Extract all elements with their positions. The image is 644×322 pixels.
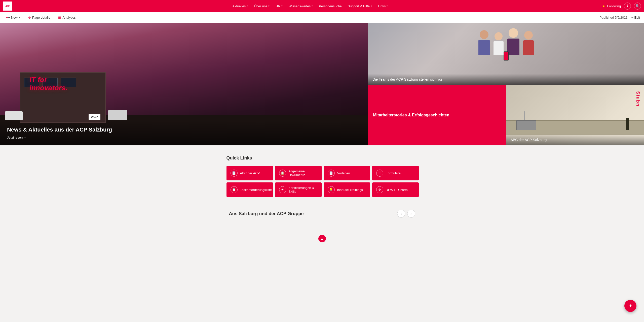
info-button[interactable]: ℹ	[624, 3, 631, 10]
quick-link-label: Allgemeine Dokumente	[289, 169, 318, 177]
hero-top-right-title: Die Teams der ACP Salzburg stellen sich …	[372, 77, 442, 81]
hero-main[interactable]: ACP IT for innovators. News & Aktuelles …	[0, 23, 368, 145]
edit-button[interactable]: ✏ Edit	[631, 16, 640, 19]
acp-logo[interactable]: ACP	[3, 2, 12, 11]
top-nav: ACP Aktuelles ▾ Über uns ▾ HR ▾ Wissensw…	[0, 0, 644, 12]
quick-link-label: ABC der ACP	[240, 171, 260, 175]
nav-ueber-uns[interactable]: Über uns ▾	[251, 3, 272, 9]
aus-salzburg-title: Aus Salzburg und der ACP Gruppe	[229, 211, 304, 216]
quick-link-item[interactable]: ⚙ DPW HR Portal	[372, 182, 419, 197]
quick-link-item[interactable]: 📄 Vorlagen	[324, 166, 370, 180]
quick-link-item[interactable]: ☰ Formulare	[372, 166, 419, 180]
quick-links-section: Quick Links 📄 ABC der ACP 📋 Allgemeine D…	[0, 145, 644, 205]
quick-link-label: Inhouse Trainings	[337, 188, 363, 192]
analytics-icon: ▦	[58, 16, 61, 19]
quick-link-item[interactable]: ★ Zertifizierungen & Skills	[275, 182, 322, 197]
stubn-text: Stubn	[635, 91, 640, 107]
page-details-button[interactable]: ⊙ Page details	[26, 15, 52, 20]
quick-link-icon: 📋	[231, 186, 238, 193]
nav-items: Aktuelles ▾ Über uns ▾ HR ▾ Wissenswerte…	[18, 3, 602, 9]
quick-link-icon: 📋	[279, 170, 286, 177]
chevron-down-icon: ▾	[268, 5, 270, 7]
carousel-next-button[interactable]: ›	[407, 210, 415, 218]
chevron-down-icon: ▾	[19, 16, 20, 19]
aus-salzburg-section: Aus Salzburg und der ACP Gruppe ‹ ›	[0, 205, 644, 232]
chevron-down-icon: ▾	[281, 5, 283, 7]
quick-link-label: DPW HR Portal	[386, 188, 408, 192]
hero-read-link[interactable]: Jetzt lesen →	[7, 136, 361, 139]
hero-abc-title: ABC der ACP Salzburg	[511, 138, 547, 142]
nav-aktuelles[interactable]: Aktuelles ▾	[230, 3, 251, 9]
quick-links-title: Quick Links	[226, 155, 418, 161]
hero-main-title: News & Aktuelles aus der ACP Salzburg	[7, 126, 361, 133]
hero-bottom-row: Mitarbeiterstories & Erfolgsgeschichten …	[368, 85, 644, 145]
quick-link-label: Vorlagen	[337, 171, 350, 175]
chevron-down-icon: ▾	[387, 5, 388, 7]
star-icon: ★	[602, 4, 605, 8]
edit-icon: ✏	[631, 16, 633, 19]
hero-top-right[interactable]: Die Teams der ACP Salzburg stellen sich …	[368, 23, 644, 85]
search-button[interactable]: 🔍	[634, 3, 641, 10]
published-date: Published 5/5/2021	[599, 16, 627, 19]
hero-main-overlay: News & Aktuelles aus der ACP Salzburg Je…	[0, 120, 368, 145]
quick-link-item[interactable]: 📋 Taskanforderungsliste	[226, 182, 273, 197]
quick-link-item[interactable]: 💡 Inhouse Trainings	[324, 182, 370, 197]
info-icon: ℹ	[627, 4, 628, 8]
hero-mitarbeiter-title: Mitarbeiterstories & Erfolgsgeschichten	[373, 113, 449, 118]
it-tagline: IT for innovators.	[29, 76, 67, 92]
chevron-down-icon: ▾	[247, 5, 248, 7]
quick-link-icon: 💡	[328, 186, 335, 193]
chevron-down-icon: ▲	[320, 237, 324, 241]
logo-area[interactable]: ACP	[3, 2, 12, 11]
carousel-nav: ‹ ›	[397, 210, 415, 218]
quick-link-label: Taskanforderungsliste	[240, 188, 272, 192]
plus-icon: +	[6, 16, 8, 19]
quick-link-label: Zertifizierungen & Skills	[289, 186, 318, 194]
page-icon: ⊙	[28, 16, 31, 19]
toolbar: + + New ▾ ⊙ Page details ▦ Analytics Pub…	[0, 12, 644, 23]
carousel-prev-button[interactable]: ‹	[397, 210, 405, 218]
nav-support-hilfe[interactable]: Support & Hilfe ▾	[345, 3, 374, 9]
quick-link-label: Formulare	[386, 171, 401, 175]
chevron-down-icon: ▾	[312, 5, 313, 7]
quick-link-icon: ★	[279, 186, 286, 193]
quick-links-grid: 📄 ABC der ACP 📋 Allgemeine Dokumente 📄 V…	[226, 166, 418, 197]
hero-mitarbeiter[interactable]: Mitarbeiterstories & Erfolgsgeschichten	[368, 85, 506, 145]
quick-link-item[interactable]: 📄 ABC der ACP	[226, 166, 273, 180]
nav-wissenswertes[interactable]: Wissenswertes ▾	[286, 3, 315, 9]
following-button[interactable]: ★ Following	[602, 4, 621, 8]
hero-top-right-overlay: Die Teams der ACP Salzburg stellen sich …	[368, 74, 644, 85]
quick-link-icon: ☰	[376, 170, 383, 177]
toolbar-right: Published 5/5/2021 ✏ Edit	[599, 16, 640, 19]
analytics-button[interactable]: ▦ Analytics	[56, 15, 78, 20]
quick-link-icon: ⚙	[376, 186, 383, 193]
hero-abc-overlay: ABC der ACP Salzburg	[506, 134, 644, 145]
scroll-down-button[interactable]: ▲	[318, 235, 326, 242]
hero-abc[interactable]: Stubn ABC der ACP Salzburg	[506, 85, 644, 145]
quick-link-icon: 📄	[231, 170, 238, 177]
nav-hr[interactable]: HR ▾	[273, 3, 285, 9]
nav-right-area: ★ Following ℹ 🔍	[602, 3, 641, 10]
new-button[interactable]: + + New ▾	[4, 15, 22, 20]
search-icon: 🔍	[635, 4, 640, 8]
hero-grid: ACP IT for innovators. News & Aktuelles …	[0, 23, 644, 145]
aus-salzburg-header: Aus Salzburg und der ACP Gruppe ‹ ›	[0, 210, 644, 218]
scroll-indicator: ▲	[0, 232, 644, 245]
chevron-down-icon: ▾	[371, 5, 372, 7]
quick-link-icon: 📄	[328, 170, 335, 177]
nav-links[interactable]: Links ▾	[375, 3, 390, 9]
quick-link-item[interactable]: 📋 Allgemeine Dokumente	[275, 166, 322, 180]
nav-personensuche[interactable]: Personensuche	[316, 3, 344, 9]
